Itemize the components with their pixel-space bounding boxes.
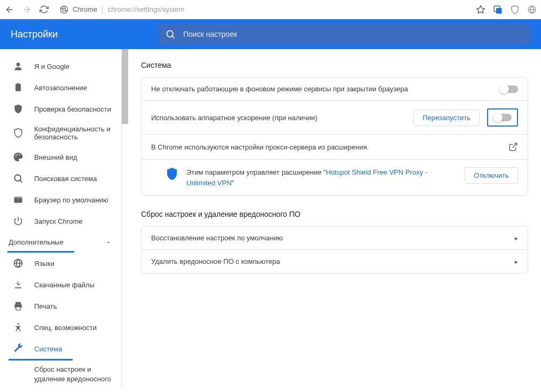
svg-point-11	[17, 154, 18, 155]
sidebar-item-system[interactable]: Система	[0, 338, 121, 359]
sidebar-label: Языки	[34, 260, 54, 268]
person-icon	[13, 61, 23, 72]
search-input[interactable]	[183, 30, 523, 38]
svg-point-10	[15, 155, 17, 156]
reload-button[interactable]	[38, 4, 49, 15]
chevron-right-icon: ▸	[515, 234, 518, 242]
accessibility-icon	[13, 322, 23, 333]
sidebar-item-search-engine[interactable]: Поисковая система	[0, 168, 121, 189]
sidebar-item-languages[interactable]: Языки	[0, 253, 121, 274]
open-external-icon	[508, 142, 518, 152]
settings-search[interactable]	[158, 24, 530, 44]
forward-button[interactable]	[21, 4, 32, 15]
restart-button[interactable]: Перезапустить	[413, 109, 480, 126]
sidebar-label: Браузер по умолчанию	[34, 196, 108, 204]
globe-ext-icon[interactable]	[527, 5, 537, 14]
svg-rect-9	[17, 83, 20, 85]
chevron-right-icon: ▸	[515, 258, 518, 265]
sidebar-advanced-header[interactable]: Дополнительные	[0, 232, 121, 253]
shield-ext-icon[interactable]	[510, 5, 520, 14]
sidebar-item-privacy[interactable]: Конфиденциальность и безопасность	[0, 120, 121, 146]
cleanup-label: Удалить вредоносное ПО с компьютера	[151, 257, 515, 265]
svg-rect-15	[14, 197, 22, 198]
proxy-label: В Chrome используются настройки прокси-с…	[151, 143, 508, 151]
sidebar-item-autofill[interactable]: Автозаполнение	[0, 77, 121, 98]
sidebar-label: Автозаполнение	[34, 84, 87, 92]
sidebar-label: Запуск Chrome	[34, 217, 83, 225]
browser-icon	[13, 194, 23, 205]
ext-prefix: Этим параметром управляет расширение "	[186, 168, 326, 176]
svg-marker-2	[477, 5, 485, 13]
sidebar-label: Внешний вид	[34, 153, 77, 161]
sidebar-item-downloads[interactable]: Скачанные файлы	[0, 274, 121, 295]
chevron-up-icon	[105, 239, 112, 246]
shield-check-icon	[13, 104, 23, 114]
address-bar[interactable]: Chrome | chrome://settings/system	[56, 2, 469, 17]
globe-icon	[13, 258, 23, 269]
svg-point-7	[17, 62, 20, 66]
restore-settings-row[interactable]: Восстановление настроек по умолчанию ▸	[142, 226, 528, 249]
content-area: Система Не отключать работающие в фоново…	[128, 49, 541, 392]
sidebar-label: Проверка безопасности	[34, 105, 111, 113]
sidebar-item-reset[interactable]: Сброс настроек и удаление вредоносного	[0, 359, 121, 389]
hw-accel-row: Использовать аппаратное ускорение (при н…	[142, 100, 528, 134]
restore-label: Восстановление настроек по умолчанию	[151, 234, 515, 242]
clipboard-icon	[13, 82, 23, 93]
cleanup-row[interactable]: Удалить вредоносное ПО с компьютера ▸	[142, 249, 528, 273]
sidebar-scrollbar[interactable]	[122, 49, 128, 124]
extension-icon-1[interactable]	[493, 5, 503, 14]
system-heading: Система	[141, 61, 528, 69]
main-layout: Я и Google Автозаполнение Проверка безоп…	[0, 49, 541, 392]
svg-rect-17	[15, 302, 21, 304]
settings-title: Настройки	[11, 29, 158, 40]
extension-notice-row: Этим параметром управляет расширение "Ho…	[142, 159, 528, 195]
browser-toolbar: Chrome | chrome://settings/system	[0, 0, 541, 19]
sidebar-item-default-browser[interactable]: Браузер по умолчанию	[0, 189, 121, 210]
reset-heading: Сброс настроек и удаление вредоносного П…	[141, 210, 528, 218]
wrench-icon	[13, 343, 23, 354]
extension-text: Этим параметром управляет расширение "Ho…	[186, 167, 456, 188]
url-text: chrome://settings/system	[108, 5, 185, 13]
hw-accel-toggle-highlight	[487, 108, 518, 127]
svg-point-6	[167, 30, 173, 37]
sidebar-item-on-startup[interactable]: Запуск Chrome	[0, 210, 121, 232]
advanced-label: Дополнительные	[9, 238, 64, 246]
svg-point-1	[62, 8, 65, 11]
system-card: Не отключать работающие в фоновом режиме…	[141, 77, 528, 196]
bg-apps-toggle[interactable]	[500, 85, 518, 93]
sidebar-item-safety-check[interactable]: Проверка безопасности	[0, 98, 121, 120]
security-icon	[13, 128, 23, 138]
browser-right-icons	[476, 5, 537, 14]
back-button[interactable]	[4, 4, 15, 15]
bg-apps-row: Не отключать работающие в фоновом режиме…	[142, 77, 528, 100]
sidebar-item-printing[interactable]: Печать	[0, 295, 121, 317]
chrome-label: Chrome	[73, 5, 97, 13]
svg-point-12	[19, 154, 20, 155]
sidebar[interactable]: Я и Google Автозаполнение Проверка безоп…	[0, 49, 128, 392]
svg-point-13	[14, 175, 21, 181]
palette-icon	[13, 152, 23, 162]
chrome-icon	[60, 5, 68, 14]
power-icon	[13, 216, 23, 226]
star-icon[interactable]	[476, 5, 485, 14]
disable-extension-button[interactable]: Отключить	[465, 167, 518, 184]
settings-header: Настройки	[0, 19, 541, 49]
sidebar-label: Конфиденциальность и безопасность	[34, 125, 121, 141]
sidebar-label: Скачанные файлы	[34, 281, 95, 289]
sidebar-label: Поисковая система	[34, 175, 97, 183]
reset-card: Восстановление настроек по умолчанию ▸ У…	[141, 226, 528, 273]
bg-apps-label: Не отключать работающие в фоновом режиме…	[151, 85, 500, 93]
sidebar-item-accessibility[interactable]: Спец. возможности	[0, 317, 121, 338]
svg-rect-19	[16, 307, 20, 310]
ext-suffix: "	[232, 179, 234, 187]
sidebar-label: Я и Google	[34, 62, 69, 70]
address-divider: |	[101, 5, 103, 13]
search-icon	[165, 29, 176, 40]
sidebar-item-appearance[interactable]: Внешний вид	[0, 146, 121, 168]
sidebar-item-you-and-google[interactable]: Я и Google	[0, 56, 121, 77]
sidebar-label: Сброс настроек и удаление вредоносного	[34, 365, 111, 383]
download-icon	[13, 279, 23, 290]
search-engine-icon	[13, 173, 23, 184]
proxy-row[interactable]: В Chrome используются настройки прокси-с…	[142, 134, 528, 159]
hw-accel-toggle[interactable]	[493, 114, 512, 121]
